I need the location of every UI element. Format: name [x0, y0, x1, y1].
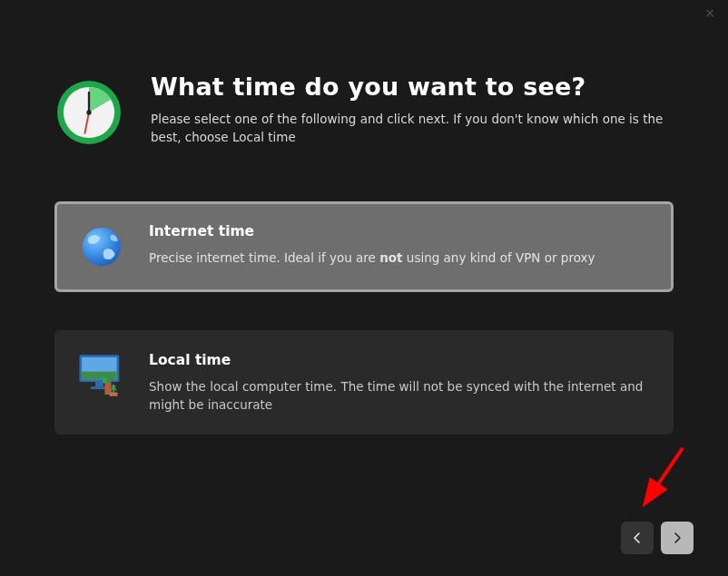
svg-point-5	[83, 228, 121, 266]
header-text: What time do you want to see? Please sel…	[151, 73, 674, 147]
svg-point-4	[86, 110, 91, 114]
svg-point-13	[103, 377, 107, 384]
nav-buttons	[621, 522, 694, 554]
option-internet-desc: Precise internet time. Ideal if you are …	[149, 249, 652, 267]
next-button[interactable]	[661, 522, 694, 554]
monitor-icon	[76, 350, 127, 401]
wizard-page: What time do you want to see? Please sel…	[0, 0, 728, 434]
page-title: What time do you want to see?	[151, 73, 674, 101]
header: What time do you want to see? Please sel…	[54, 73, 674, 147]
svg-rect-9	[95, 382, 103, 386]
options-list: Internet time Precise internet time. Ide…	[54, 201, 674, 434]
globe-icon	[76, 221, 127, 272]
clock-icon	[54, 78, 123, 147]
annotation-arrow-icon	[612, 444, 694, 526]
option-local-desc: Show the local computer time. The time w…	[149, 377, 652, 415]
option-internet-text: Internet time Precise internet time. Ide…	[149, 221, 652, 267]
chevron-right-icon	[672, 532, 683, 543]
option-local-time[interactable]: Local time Show the local computer time.…	[54, 330, 674, 434]
back-button[interactable]	[621, 522, 654, 554]
page-subtitle: Please select one of the following and c…	[151, 110, 674, 147]
svg-line-15	[644, 448, 683, 504]
option-internet-time[interactable]: Internet time Precise internet time. Ide…	[54, 201, 674, 292]
option-local-title: Local time	[149, 352, 652, 368]
option-local-text: Local time Show the local computer time.…	[149, 350, 652, 415]
chevron-left-icon	[632, 532, 643, 543]
close-button[interactable]: ×	[704, 5, 715, 20]
option-internet-title: Internet time	[149, 223, 652, 239]
